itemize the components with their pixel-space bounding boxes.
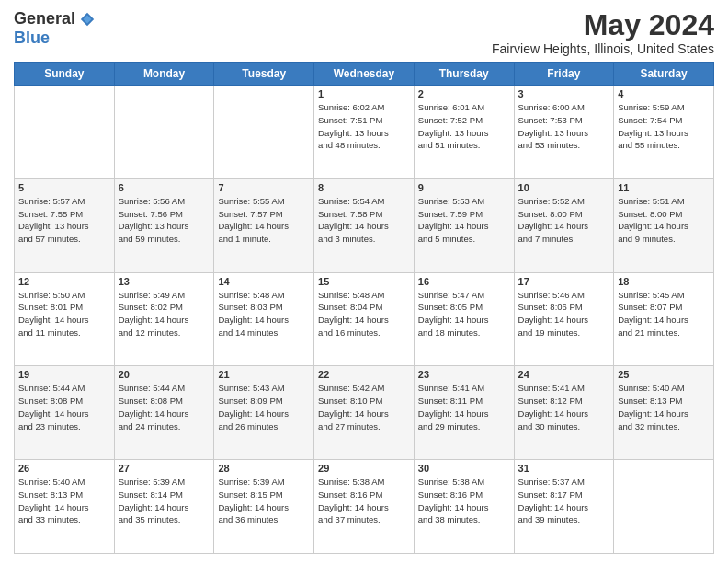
calendar-cell: 23Sunrise: 5:41 AM Sunset: 8:11 PM Dayli… [414,366,514,460]
day-info: Sunrise: 5:47 AM Sunset: 8:05 PM Dayligh… [418,289,510,339]
day-info: Sunrise: 6:01 AM Sunset: 7:52 PM Dayligh… [418,101,510,152]
day-number: 24 [518,369,610,380]
day-number: 8 [318,182,410,193]
day-info: Sunrise: 5:44 AM Sunset: 8:08 PM Dayligh… [119,382,210,432]
logo: General Blue [14,9,96,48]
calendar-week-1: 1Sunrise: 6:02 AM Sunset: 7:51 PM Daylig… [15,86,714,179]
day-header-saturday: Saturday [614,63,714,86]
day-header-tuesday: Tuesday [214,63,314,86]
day-number: 9 [418,182,510,193]
day-number: 13 [119,276,210,287]
day-info: Sunrise: 5:39 AM Sunset: 8:15 PM Dayligh… [218,476,310,526]
calendar-cell [214,86,314,179]
day-number: 28 [218,463,310,474]
calendar-cell: 21Sunrise: 5:43 AM Sunset: 8:09 PM Dayli… [214,366,314,460]
logo-general-text: General [14,9,75,29]
day-number: 10 [518,182,610,193]
day-number: 27 [119,463,210,474]
day-number: 4 [618,88,710,99]
day-info: Sunrise: 5:45 AM Sunset: 8:07 PM Dayligh… [618,289,710,339]
calendar-cell: 30Sunrise: 5:38 AM Sunset: 8:16 PM Dayli… [414,460,514,554]
day-number: 17 [518,276,610,287]
day-info: Sunrise: 5:52 AM Sunset: 8:00 PM Dayligh… [518,195,610,246]
location-title: Fairview Heights, Illinois, United State… [492,41,714,56]
day-info: Sunrise: 5:46 AM Sunset: 8:06 PM Dayligh… [518,289,610,339]
calendar-cell: 27Sunrise: 5:39 AM Sunset: 8:14 PM Dayli… [114,460,214,554]
day-info: Sunrise: 6:00 AM Sunset: 7:53 PM Dayligh… [518,101,610,152]
day-info: Sunrise: 5:40 AM Sunset: 8:13 PM Dayligh… [618,382,710,432]
calendar-cell: 17Sunrise: 5:46 AM Sunset: 8:06 PM Dayli… [514,272,614,366]
day-info: Sunrise: 5:56 AM Sunset: 7:56 PM Dayligh… [119,195,210,246]
day-number: 25 [618,369,710,380]
day-number: 30 [418,463,510,474]
calendar-week-4: 19Sunrise: 5:44 AM Sunset: 8:08 PM Dayli… [15,366,714,460]
calendar-cell: 6Sunrise: 5:56 AM Sunset: 7:56 PM Daylig… [114,178,214,272]
day-header-friday: Friday [514,63,614,86]
calendar-week-2: 5Sunrise: 5:57 AM Sunset: 7:55 PM Daylig… [15,178,714,272]
calendar-cell: 9Sunrise: 5:53 AM Sunset: 7:59 PM Daylig… [414,178,514,272]
day-info: Sunrise: 6:02 AM Sunset: 7:51 PM Dayligh… [318,101,410,152]
calendar-cell: 4Sunrise: 5:59 AM Sunset: 7:54 PM Daylig… [614,86,714,179]
calendar-cell: 19Sunrise: 5:44 AM Sunset: 8:08 PM Dayli… [15,366,115,460]
calendar-cell: 22Sunrise: 5:42 AM Sunset: 8:10 PM Dayli… [314,366,415,460]
calendar-week-5: 26Sunrise: 5:40 AM Sunset: 8:13 PM Dayli… [15,460,714,554]
calendar-cell: 29Sunrise: 5:38 AM Sunset: 8:16 PM Dayli… [314,460,415,554]
day-header-wednesday: Wednesday [314,63,415,86]
month-title: May 2024 [492,9,714,41]
day-info: Sunrise: 5:53 AM Sunset: 7:59 PM Dayligh… [418,195,510,246]
day-number: 23 [418,369,510,380]
day-info: Sunrise: 5:38 AM Sunset: 8:16 PM Dayligh… [318,476,410,526]
calendar-cell [614,460,714,554]
title-area: May 2024 Fairview Heights, Illinois, Uni… [492,9,714,56]
day-number: 7 [218,182,310,193]
calendar-cell: 24Sunrise: 5:41 AM Sunset: 8:12 PM Dayli… [514,366,614,460]
day-info: Sunrise: 5:44 AM Sunset: 8:08 PM Dayligh… [18,382,110,432]
calendar-cell: 7Sunrise: 5:55 AM Sunset: 7:57 PM Daylig… [214,178,314,272]
day-info: Sunrise: 5:49 AM Sunset: 8:02 PM Dayligh… [119,289,210,339]
day-number: 15 [318,276,410,287]
calendar-cell: 14Sunrise: 5:48 AM Sunset: 8:03 PM Dayli… [214,272,314,366]
calendar-week-3: 12Sunrise: 5:50 AM Sunset: 8:01 PM Dayli… [15,272,714,366]
calendar-cell: 8Sunrise: 5:54 AM Sunset: 7:58 PM Daylig… [314,178,415,272]
day-info: Sunrise: 5:43 AM Sunset: 8:09 PM Dayligh… [218,382,310,432]
day-number: 19 [18,369,110,380]
day-info: Sunrise: 5:50 AM Sunset: 8:01 PM Dayligh… [18,289,110,339]
calendar-cell: 3Sunrise: 6:00 AM Sunset: 7:53 PM Daylig… [514,86,614,179]
calendar-cell [15,86,115,179]
day-info: Sunrise: 5:55 AM Sunset: 7:57 PM Dayligh… [218,195,310,246]
day-header-sunday: Sunday [15,63,115,86]
calendar-cell: 13Sunrise: 5:49 AM Sunset: 8:02 PM Dayli… [114,272,214,366]
day-info: Sunrise: 5:48 AM Sunset: 8:03 PM Dayligh… [218,289,310,339]
calendar-table: SundayMondayTuesdayWednesdayThursdayFrid… [14,62,714,554]
day-number: 31 [518,463,610,474]
day-info: Sunrise: 5:54 AM Sunset: 7:58 PM Dayligh… [318,195,410,246]
day-header-thursday: Thursday [414,63,514,86]
calendar-cell: 31Sunrise: 5:37 AM Sunset: 8:17 PM Dayli… [514,460,614,554]
logo-icon [79,11,96,28]
calendar-cell: 11Sunrise: 5:51 AM Sunset: 8:00 PM Dayli… [614,178,714,272]
day-info: Sunrise: 5:37 AM Sunset: 8:17 PM Dayligh… [518,476,610,526]
calendar-cell: 2Sunrise: 6:01 AM Sunset: 7:52 PM Daylig… [414,86,514,179]
day-number: 20 [119,369,210,380]
day-number: 12 [18,276,110,287]
calendar-cell: 1Sunrise: 6:02 AM Sunset: 7:51 PM Daylig… [314,86,415,179]
calendar-cell [114,86,214,179]
day-number: 21 [218,369,310,380]
calendar-cell: 18Sunrise: 5:45 AM Sunset: 8:07 PM Dayli… [614,272,714,366]
day-number: 5 [18,182,110,193]
day-info: Sunrise: 5:41 AM Sunset: 8:12 PM Dayligh… [518,382,610,432]
day-number: 18 [618,276,710,287]
day-number: 1 [318,88,410,99]
calendar-cell: 12Sunrise: 5:50 AM Sunset: 8:01 PM Dayli… [15,272,115,366]
calendar-cell: 25Sunrise: 5:40 AM Sunset: 8:13 PM Dayli… [614,366,714,460]
day-number: 16 [418,276,510,287]
header: General Blue May 2024 Fairview Heights, … [14,9,714,56]
day-info: Sunrise: 5:42 AM Sunset: 8:10 PM Dayligh… [318,382,410,432]
logo-blue-text: Blue [14,29,50,48]
day-number: 2 [418,88,510,99]
day-number: 29 [318,463,410,474]
day-info: Sunrise: 5:51 AM Sunset: 8:00 PM Dayligh… [618,195,710,246]
page: General Blue May 2024 Fairview Heights, … [0,0,728,563]
day-info: Sunrise: 5:48 AM Sunset: 8:04 PM Dayligh… [318,289,410,339]
day-header-monday: Monday [114,63,214,86]
